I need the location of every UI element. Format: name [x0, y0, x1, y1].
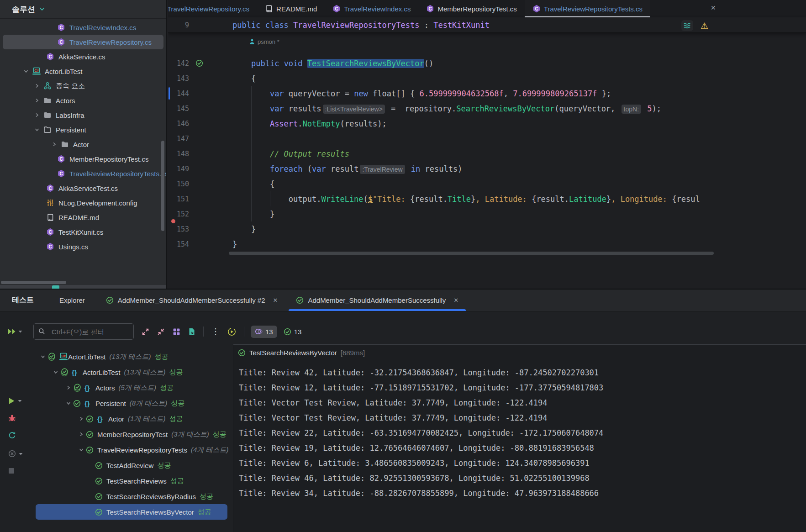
code-editor[interactable]: 142 public void TestSearchReviewsByVecto… — [168, 56, 806, 252]
muted-tests-count[interactable]: 13 — [251, 326, 277, 338]
editor-tab[interactable]: README.md — [257, 0, 325, 17]
code-line[interactable]: 152 } — [168, 206, 806, 221]
test-result-tab[interactable]: AddMember_ShouldAddMemberSuccessfully #2… — [97, 290, 287, 311]
test-count-meta: (5개 테스트) — [119, 384, 157, 392]
chevron-collapsed-icon[interactable] — [64, 385, 73, 390]
test-tree-item[interactable]: MemberRepositoryTest(3개 테스트)성공 — [32, 427, 233, 442]
chevron-collapsed-icon[interactable] — [32, 98, 42, 103]
editor-area[interactable]: CTravelReviewRepository.csREADME.mdCTrav… — [168, 0, 806, 289]
code-text: Assert.NotEmpty(results); — [207, 119, 387, 128]
editor-tab[interactable]: CTravelReviewRepositoryTests.cs — [525, 0, 650, 17]
test-tree-item[interactable]: {}Persistent(8개 테스트)성공 — [32, 395, 233, 411]
close-icon[interactable]: ✕ — [273, 297, 278, 304]
line-number: 149 — [168, 165, 195, 173]
chevron-expanded-icon[interactable] — [32, 127, 42, 132]
test-tree-item[interactable]: TestAddReview성공 — [32, 458, 233, 473]
rerun-with-coverage-button[interactable] — [227, 327, 236, 336]
solution-view-selector[interactable]: 솔루션 — [0, 0, 166, 19]
code-line[interactable]: 144 var queryVector = new float[] { 6.59… — [168, 86, 806, 101]
tree-item[interactable]: NLog.Development.config — [3, 195, 163, 210]
tree-item[interactable]: CTravelReviewRepositoryTests.cs — [3, 166, 163, 181]
test-tree-item[interactable]: {}Actors(5개 테스트)성공 — [32, 380, 233, 395]
debug-button[interactable] — [8, 414, 16, 422]
editor-tab[interactable]: CMemberRepositoryTest.cs — [418, 0, 524, 17]
namespace-icon: {} — [72, 369, 83, 376]
chevron-expanded-icon[interactable] — [64, 401, 73, 406]
tree-item[interactable]: README.md — [3, 210, 163, 225]
code-line[interactable]: 149 foreach (var result:TravelReview in … — [168, 161, 806, 176]
chevron-collapsed-icon[interactable] — [49, 142, 59, 147]
tree-item[interactable]: 종속 요소 — [3, 79, 163, 93]
run-selected-button[interactable] — [8, 397, 22, 405]
test-result-tab[interactable]: AddMember_ShouldAddMemberSuccessfully✕ — [287, 290, 468, 311]
test-tree-item[interactable]: TestSearchReviewsByRadius성공 — [32, 489, 233, 504]
csharp-icon: C — [45, 184, 56, 192]
code-line[interactable]: 143 { — [168, 71, 806, 86]
scrollbar-horizontal[interactable] — [1, 281, 66, 284]
code-line[interactable]: 153 } — [168, 221, 806, 237]
chevron-expanded-icon[interactable] — [21, 69, 31, 74]
tree-item[interactable]: CAkkaService.cs — [3, 49, 163, 64]
test-status: 성공 — [198, 508, 211, 516]
tree-item[interactable]: CUsings.cs — [3, 239, 163, 254]
code-analysis-icon[interactable] — [681, 20, 693, 31]
code-line[interactable]: 154} — [168, 237, 806, 252]
stop-button[interactable] — [8, 468, 15, 474]
rerun-button[interactable] — [8, 431, 16, 439]
tree-item[interactable]: CAkkaServiceTest.cs — [3, 181, 163, 195]
tree-item[interactable]: CTravelReviewRepository.cs — [3, 35, 163, 49]
svg-text:C#: C# — [34, 68, 39, 73]
scrollbar-horizontal[interactable] — [229, 252, 714, 255]
code-line[interactable]: 151 output.WriteLine($"Title: {result.Ti… — [168, 191, 806, 206]
tab-explorer[interactable]: Explorer — [47, 296, 97, 304]
test-tree-item[interactable]: TestSearchReviewsByVector성공 — [36, 504, 227, 520]
chevron-expanded-icon[interactable] — [77, 448, 86, 452]
test-tree-item[interactable]: {}ActorLibTest(13개 테스트)성공 — [32, 364, 233, 380]
close-icon[interactable]: ✕ — [711, 4, 716, 11]
test-tree-item[interactable]: {}Actor(1개 테스트)성공 — [32, 411, 233, 427]
stop-session-button[interactable] — [8, 450, 23, 458]
code-line[interactable]: 148 // Output results — [168, 146, 806, 161]
export-report-button[interactable] — [188, 328, 195, 336]
chevron-collapsed-icon[interactable] — [32, 113, 42, 117]
chevron-collapsed-icon[interactable] — [77, 432, 86, 437]
tree-item[interactable]: CTravelReviewIndex.cs — [3, 20, 163, 35]
tree-item[interactable]: CTestKitXunit.cs — [3, 225, 163, 239]
run-all-tests-button[interactable] — [7, 328, 22, 335]
editor-tab[interactable]: CTravelReviewRepository.cs — [168, 0, 257, 17]
chevron-expanded-icon[interactable] — [51, 370, 60, 374]
tree-item-label: TravelReviewRepositoryTests.cs — [69, 170, 167, 178]
passed-tests-count[interactable]: 13 — [284, 328, 302, 336]
tests-passed-group-icon — [60, 368, 72, 377]
warning-icon[interactable]: ⚠ — [701, 21, 708, 30]
tree-item[interactable]: CMemberRepositoryTest.cs — [3, 152, 163, 166]
code-line[interactable]: 150 { — [168, 176, 806, 191]
code-line[interactable]: 145 var results:List<TravelReview> = _re… — [168, 101, 806, 116]
chevron-collapsed-icon[interactable] — [32, 84, 42, 88]
expand-all-button[interactable] — [142, 328, 149, 336]
close-icon[interactable]: ✕ — [453, 297, 458, 304]
code-line[interactable]: 142 public void TestSearchReviewsByVecto… — [168, 56, 806, 71]
tree-item[interactable]: Actor — [3, 137, 163, 152]
more-options-button[interactable]: ⋮ — [211, 327, 220, 337]
tree-item[interactable]: Persistent — [3, 122, 163, 137]
chevron-collapsed-icon[interactable] — [77, 416, 86, 421]
chevron-expanded-icon[interactable] — [38, 354, 47, 359]
tree-item[interactable]: LabsInfra — [3, 108, 163, 122]
tree-item[interactable]: C#ActorLibTest — [3, 64, 163, 79]
test-output-console[interactable]: TestSearchReviewsByVector [689ms] Title:… — [233, 344, 806, 532]
test-tree-item[interactable]: TravelReviewRepositoryTests(4개 테스트) — [32, 442, 233, 458]
collapse-all-button[interactable] — [157, 328, 165, 336]
test-side-toolbar — [0, 340, 30, 532]
scrollbar-vertical[interactable] — [161, 141, 164, 231]
tree-item[interactable]: Actors — [3, 93, 163, 108]
group-by-button[interactable] — [173, 328, 180, 336]
test-tree-item[interactable]: C#ActorLibTest(13개 테스트)성공 — [32, 349, 233, 364]
editor-tab[interactable]: CTravelReviewIndex.cs — [325, 0, 418, 17]
test-filter-input[interactable] — [51, 327, 143, 336]
code-line[interactable]: 147 — [168, 131, 806, 146]
test-status: 성공 — [157, 461, 171, 470]
test-tree-item[interactable]: TestSearchReviews성공 — [32, 473, 233, 489]
code-author-annotation[interactable]: psmon * — [249, 38, 279, 45]
code-line[interactable]: 146 Assert.NotEmpty(results); — [168, 116, 806, 131]
